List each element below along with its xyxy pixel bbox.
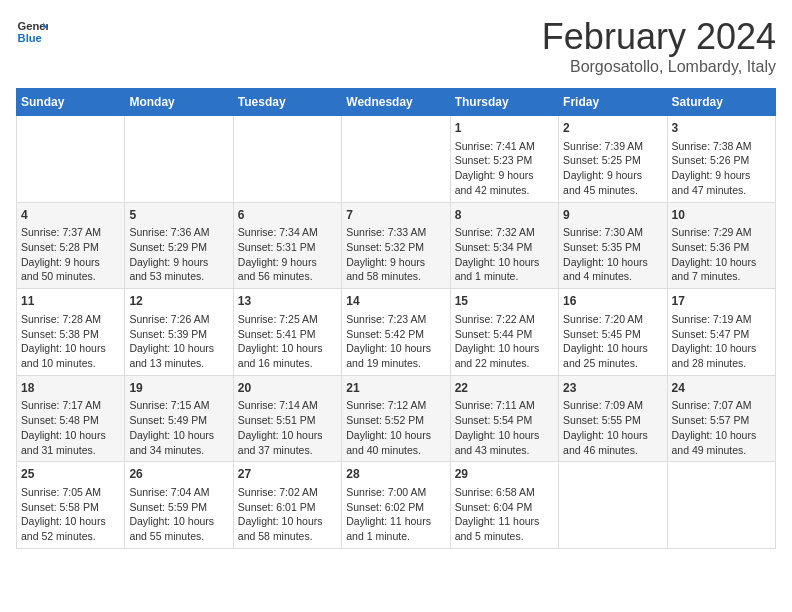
cell-4-1: 18Sunrise: 7:17 AM Sunset: 5:48 PM Dayli… xyxy=(17,375,125,462)
week-row-2: 4Sunrise: 7:37 AM Sunset: 5:28 PM Daylig… xyxy=(17,202,776,289)
main-title: February 2024 xyxy=(542,16,776,58)
day-number: 28 xyxy=(346,466,445,483)
cell-5-6 xyxy=(559,462,667,549)
day-content: Sunrise: 7:39 AM Sunset: 5:25 PM Dayligh… xyxy=(563,139,662,198)
day-content: Sunrise: 7:11 AM Sunset: 5:54 PM Dayligh… xyxy=(455,398,554,457)
cell-5-2: 26Sunrise: 7:04 AM Sunset: 5:59 PM Dayli… xyxy=(125,462,233,549)
day-content: Sunrise: 7:04 AM Sunset: 5:59 PM Dayligh… xyxy=(129,485,228,544)
week-row-1: 1Sunrise: 7:41 AM Sunset: 5:23 PM Daylig… xyxy=(17,116,776,203)
cell-4-3: 20Sunrise: 7:14 AM Sunset: 5:51 PM Dayli… xyxy=(233,375,341,462)
svg-text:Blue: Blue xyxy=(18,32,42,44)
header-tuesday: Tuesday xyxy=(233,89,341,116)
cell-3-7: 17Sunrise: 7:19 AM Sunset: 5:47 PM Dayli… xyxy=(667,289,775,376)
day-number: 20 xyxy=(238,380,337,397)
header-friday: Friday xyxy=(559,89,667,116)
header-monday: Monday xyxy=(125,89,233,116)
day-content: Sunrise: 7:09 AM Sunset: 5:55 PM Dayligh… xyxy=(563,398,662,457)
cell-5-4: 28Sunrise: 7:00 AM Sunset: 6:02 PM Dayli… xyxy=(342,462,450,549)
day-content: Sunrise: 7:02 AM Sunset: 6:01 PM Dayligh… xyxy=(238,485,337,544)
cell-3-1: 11Sunrise: 7:28 AM Sunset: 5:38 PM Dayli… xyxy=(17,289,125,376)
title-area: February 2024 Borgosatollo, Lombardy, It… xyxy=(542,16,776,76)
header-wednesday: Wednesday xyxy=(342,89,450,116)
day-content: Sunrise: 7:14 AM Sunset: 5:51 PM Dayligh… xyxy=(238,398,337,457)
header-row: SundayMondayTuesdayWednesdayThursdayFrid… xyxy=(17,89,776,116)
day-number: 7 xyxy=(346,207,445,224)
week-row-4: 18Sunrise: 7:17 AM Sunset: 5:48 PM Dayli… xyxy=(17,375,776,462)
day-number: 29 xyxy=(455,466,554,483)
day-number: 22 xyxy=(455,380,554,397)
day-content: Sunrise: 7:41 AM Sunset: 5:23 PM Dayligh… xyxy=(455,139,554,198)
cell-3-6: 16Sunrise: 7:20 AM Sunset: 5:45 PM Dayli… xyxy=(559,289,667,376)
day-number: 5 xyxy=(129,207,228,224)
logo-icon: General Blue xyxy=(16,16,48,48)
day-number: 21 xyxy=(346,380,445,397)
cell-1-2 xyxy=(125,116,233,203)
week-row-5: 25Sunrise: 7:05 AM Sunset: 5:58 PM Dayli… xyxy=(17,462,776,549)
day-content: Sunrise: 7:12 AM Sunset: 5:52 PM Dayligh… xyxy=(346,398,445,457)
cell-4-2: 19Sunrise: 7:15 AM Sunset: 5:49 PM Dayli… xyxy=(125,375,233,462)
subtitle: Borgosatollo, Lombardy, Italy xyxy=(542,58,776,76)
day-number: 23 xyxy=(563,380,662,397)
day-number: 1 xyxy=(455,120,554,137)
day-number: 18 xyxy=(21,380,120,397)
day-number: 4 xyxy=(21,207,120,224)
week-row-3: 11Sunrise: 7:28 AM Sunset: 5:38 PM Dayli… xyxy=(17,289,776,376)
day-content: Sunrise: 7:33 AM Sunset: 5:32 PM Dayligh… xyxy=(346,225,445,284)
cell-5-1: 25Sunrise: 7:05 AM Sunset: 5:58 PM Dayli… xyxy=(17,462,125,549)
day-number: 14 xyxy=(346,293,445,310)
cell-2-5: 8Sunrise: 7:32 AM Sunset: 5:34 PM Daylig… xyxy=(450,202,558,289)
cell-2-3: 6Sunrise: 7:34 AM Sunset: 5:31 PM Daylig… xyxy=(233,202,341,289)
cell-1-5: 1Sunrise: 7:41 AM Sunset: 5:23 PM Daylig… xyxy=(450,116,558,203)
header-saturday: Saturday xyxy=(667,89,775,116)
day-number: 10 xyxy=(672,207,771,224)
cell-5-3: 27Sunrise: 7:02 AM Sunset: 6:01 PM Dayli… xyxy=(233,462,341,549)
cell-3-3: 13Sunrise: 7:25 AM Sunset: 5:41 PM Dayli… xyxy=(233,289,341,376)
day-content: Sunrise: 7:22 AM Sunset: 5:44 PM Dayligh… xyxy=(455,312,554,371)
day-content: Sunrise: 7:32 AM Sunset: 5:34 PM Dayligh… xyxy=(455,225,554,284)
day-number: 27 xyxy=(238,466,337,483)
calendar-header: SundayMondayTuesdayWednesdayThursdayFrid… xyxy=(17,89,776,116)
day-content: Sunrise: 7:00 AM Sunset: 6:02 PM Dayligh… xyxy=(346,485,445,544)
day-content: Sunrise: 7:15 AM Sunset: 5:49 PM Dayligh… xyxy=(129,398,228,457)
day-number: 8 xyxy=(455,207,554,224)
cell-2-6: 9Sunrise: 7:30 AM Sunset: 5:35 PM Daylig… xyxy=(559,202,667,289)
cell-2-4: 7Sunrise: 7:33 AM Sunset: 5:32 PM Daylig… xyxy=(342,202,450,289)
cell-3-4: 14Sunrise: 7:23 AM Sunset: 5:42 PM Dayli… xyxy=(342,289,450,376)
cell-1-1 xyxy=(17,116,125,203)
day-number: 12 xyxy=(129,293,228,310)
day-content: Sunrise: 7:05 AM Sunset: 5:58 PM Dayligh… xyxy=(21,485,120,544)
cell-1-7: 3Sunrise: 7:38 AM Sunset: 5:26 PM Daylig… xyxy=(667,116,775,203)
cell-1-3 xyxy=(233,116,341,203)
cell-3-2: 12Sunrise: 7:26 AM Sunset: 5:39 PM Dayli… xyxy=(125,289,233,376)
cell-4-7: 24Sunrise: 7:07 AM Sunset: 5:57 PM Dayli… xyxy=(667,375,775,462)
day-number: 15 xyxy=(455,293,554,310)
cell-4-6: 23Sunrise: 7:09 AM Sunset: 5:55 PM Dayli… xyxy=(559,375,667,462)
day-content: Sunrise: 7:19 AM Sunset: 5:47 PM Dayligh… xyxy=(672,312,771,371)
cell-2-1: 4Sunrise: 7:37 AM Sunset: 5:28 PM Daylig… xyxy=(17,202,125,289)
day-content: Sunrise: 7:36 AM Sunset: 5:29 PM Dayligh… xyxy=(129,225,228,284)
day-content: Sunrise: 7:38 AM Sunset: 5:26 PM Dayligh… xyxy=(672,139,771,198)
cell-3-5: 15Sunrise: 7:22 AM Sunset: 5:44 PM Dayli… xyxy=(450,289,558,376)
day-content: Sunrise: 7:25 AM Sunset: 5:41 PM Dayligh… xyxy=(238,312,337,371)
day-content: Sunrise: 7:07 AM Sunset: 5:57 PM Dayligh… xyxy=(672,398,771,457)
day-number: 11 xyxy=(21,293,120,310)
day-number: 26 xyxy=(129,466,228,483)
day-content: Sunrise: 7:29 AM Sunset: 5:36 PM Dayligh… xyxy=(672,225,771,284)
day-number: 24 xyxy=(672,380,771,397)
cell-2-2: 5Sunrise: 7:36 AM Sunset: 5:29 PM Daylig… xyxy=(125,202,233,289)
day-number: 3 xyxy=(672,120,771,137)
day-content: Sunrise: 7:28 AM Sunset: 5:38 PM Dayligh… xyxy=(21,312,120,371)
day-number: 17 xyxy=(672,293,771,310)
cell-4-5: 22Sunrise: 7:11 AM Sunset: 5:54 PM Dayli… xyxy=(450,375,558,462)
day-content: Sunrise: 7:30 AM Sunset: 5:35 PM Dayligh… xyxy=(563,225,662,284)
cell-5-7 xyxy=(667,462,775,549)
cell-2-7: 10Sunrise: 7:29 AM Sunset: 5:36 PM Dayli… xyxy=(667,202,775,289)
day-content: Sunrise: 6:58 AM Sunset: 6:04 PM Dayligh… xyxy=(455,485,554,544)
cell-1-6: 2Sunrise: 7:39 AM Sunset: 5:25 PM Daylig… xyxy=(559,116,667,203)
day-number: 2 xyxy=(563,120,662,137)
day-number: 6 xyxy=(238,207,337,224)
header-sunday: Sunday xyxy=(17,89,125,116)
calendar-body: 1Sunrise: 7:41 AM Sunset: 5:23 PM Daylig… xyxy=(17,116,776,549)
logo: General Blue xyxy=(16,16,48,48)
day-number: 9 xyxy=(563,207,662,224)
